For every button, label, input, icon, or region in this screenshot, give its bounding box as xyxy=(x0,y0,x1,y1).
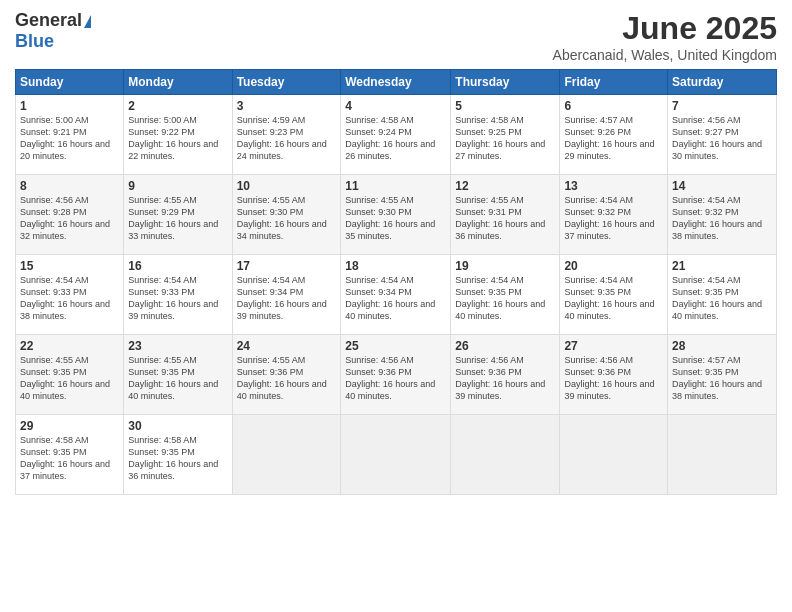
day-info: Sunrise: 4:54 AMSunset: 9:33 PMDaylight:… xyxy=(20,275,110,321)
month-title: June 2025 xyxy=(553,10,777,47)
table-row: 22 Sunrise: 4:55 AMSunset: 9:35 PMDaylig… xyxy=(16,335,124,415)
calendar-week-row: 22 Sunrise: 4:55 AMSunset: 9:35 PMDaylig… xyxy=(16,335,777,415)
day-info: Sunrise: 4:58 AMSunset: 9:24 PMDaylight:… xyxy=(345,115,435,161)
day-number: 30 xyxy=(128,419,227,433)
day-number: 27 xyxy=(564,339,663,353)
day-info: Sunrise: 4:55 AMSunset: 9:30 PMDaylight:… xyxy=(345,195,435,241)
page-container: General Blue June 2025 Abercanaid, Wales… xyxy=(0,0,792,505)
table-row: 1 Sunrise: 5:00 AMSunset: 9:21 PMDayligh… xyxy=(16,95,124,175)
table-row: 29 Sunrise: 4:58 AMSunset: 9:35 PMDaylig… xyxy=(16,415,124,495)
table-row: 21 Sunrise: 4:54 AMSunset: 9:35 PMDaylig… xyxy=(668,255,777,335)
day-number: 24 xyxy=(237,339,337,353)
day-number: 16 xyxy=(128,259,227,273)
day-info: Sunrise: 4:54 AMSunset: 9:33 PMDaylight:… xyxy=(128,275,218,321)
table-row: 26 Sunrise: 4:56 AMSunset: 9:36 PMDaylig… xyxy=(451,335,560,415)
day-info: Sunrise: 5:00 AMSunset: 9:22 PMDaylight:… xyxy=(128,115,218,161)
day-info: Sunrise: 4:57 AMSunset: 9:26 PMDaylight:… xyxy=(564,115,654,161)
day-info: Sunrise: 4:54 AMSunset: 9:32 PMDaylight:… xyxy=(672,195,762,241)
day-number: 3 xyxy=(237,99,337,113)
day-info: Sunrise: 4:55 AMSunset: 9:36 PMDaylight:… xyxy=(237,355,327,401)
table-row: 11 Sunrise: 4:55 AMSunset: 9:30 PMDaylig… xyxy=(341,175,451,255)
day-info: Sunrise: 4:58 AMSunset: 9:35 PMDaylight:… xyxy=(20,435,110,481)
col-thursday: Thursday xyxy=(451,70,560,95)
table-row: 25 Sunrise: 4:56 AMSunset: 9:36 PMDaylig… xyxy=(341,335,451,415)
table-row: 20 Sunrise: 4:54 AMSunset: 9:35 PMDaylig… xyxy=(560,255,668,335)
day-number: 8 xyxy=(20,179,119,193)
day-number: 23 xyxy=(128,339,227,353)
day-number: 28 xyxy=(672,339,772,353)
table-row: 13 Sunrise: 4:54 AMSunset: 9:32 PMDaylig… xyxy=(560,175,668,255)
table-row: 14 Sunrise: 4:54 AMSunset: 9:32 PMDaylig… xyxy=(668,175,777,255)
header: General Blue June 2025 Abercanaid, Wales… xyxy=(15,10,777,63)
table-row: 27 Sunrise: 4:56 AMSunset: 9:36 PMDaylig… xyxy=(560,335,668,415)
day-info: Sunrise: 4:55 AMSunset: 9:35 PMDaylight:… xyxy=(128,355,218,401)
table-row: 5 Sunrise: 4:58 AMSunset: 9:25 PMDayligh… xyxy=(451,95,560,175)
table-row: 30 Sunrise: 4:58 AMSunset: 9:35 PMDaylig… xyxy=(124,415,232,495)
table-row: 24 Sunrise: 4:55 AMSunset: 9:36 PMDaylig… xyxy=(232,335,341,415)
day-info: Sunrise: 4:54 AMSunset: 9:34 PMDaylight:… xyxy=(237,275,327,321)
day-info: Sunrise: 4:57 AMSunset: 9:35 PMDaylight:… xyxy=(672,355,762,401)
calendar-week-row: 15 Sunrise: 4:54 AMSunset: 9:33 PMDaylig… xyxy=(16,255,777,335)
day-number: 4 xyxy=(345,99,446,113)
day-info: Sunrise: 4:54 AMSunset: 9:34 PMDaylight:… xyxy=(345,275,435,321)
day-info: Sunrise: 4:54 AMSunset: 9:35 PMDaylight:… xyxy=(564,275,654,321)
table-row: 12 Sunrise: 4:55 AMSunset: 9:31 PMDaylig… xyxy=(451,175,560,255)
table-row: 15 Sunrise: 4:54 AMSunset: 9:33 PMDaylig… xyxy=(16,255,124,335)
table-row: 9 Sunrise: 4:55 AMSunset: 9:29 PMDayligh… xyxy=(124,175,232,255)
day-number: 14 xyxy=(672,179,772,193)
day-number: 22 xyxy=(20,339,119,353)
table-row: 18 Sunrise: 4:54 AMSunset: 9:34 PMDaylig… xyxy=(341,255,451,335)
day-info: Sunrise: 4:55 AMSunset: 9:29 PMDaylight:… xyxy=(128,195,218,241)
day-number: 19 xyxy=(455,259,555,273)
day-number: 13 xyxy=(564,179,663,193)
day-number: 5 xyxy=(455,99,555,113)
calendar-table: Sunday Monday Tuesday Wednesday Thursday… xyxy=(15,69,777,495)
day-info: Sunrise: 4:54 AMSunset: 9:35 PMDaylight:… xyxy=(455,275,545,321)
calendar-header-row: Sunday Monday Tuesday Wednesday Thursday… xyxy=(16,70,777,95)
table-row: 10 Sunrise: 4:55 AMSunset: 9:30 PMDaylig… xyxy=(232,175,341,255)
table-row: 23 Sunrise: 4:55 AMSunset: 9:35 PMDaylig… xyxy=(124,335,232,415)
day-info: Sunrise: 4:58 AMSunset: 9:25 PMDaylight:… xyxy=(455,115,545,161)
day-info: Sunrise: 4:56 AMSunset: 9:36 PMDaylight:… xyxy=(564,355,654,401)
logo-general-text: General xyxy=(15,10,82,30)
col-friday: Friday xyxy=(560,70,668,95)
table-row: 6 Sunrise: 4:57 AMSunset: 9:26 PMDayligh… xyxy=(560,95,668,175)
table-row: 3 Sunrise: 4:59 AMSunset: 9:23 PMDayligh… xyxy=(232,95,341,175)
day-number: 17 xyxy=(237,259,337,273)
table-row: 19 Sunrise: 4:54 AMSunset: 9:35 PMDaylig… xyxy=(451,255,560,335)
table-row xyxy=(668,415,777,495)
day-info: Sunrise: 4:56 AMSunset: 9:27 PMDaylight:… xyxy=(672,115,762,161)
table-row: 2 Sunrise: 5:00 AMSunset: 9:22 PMDayligh… xyxy=(124,95,232,175)
title-block: June 2025 Abercanaid, Wales, United King… xyxy=(553,10,777,63)
day-info: Sunrise: 4:55 AMSunset: 9:30 PMDaylight:… xyxy=(237,195,327,241)
day-number: 26 xyxy=(455,339,555,353)
calendar-week-row: 29 Sunrise: 4:58 AMSunset: 9:35 PMDaylig… xyxy=(16,415,777,495)
table-row xyxy=(560,415,668,495)
logo-icon xyxy=(84,15,91,28)
day-info: Sunrise: 5:00 AMSunset: 9:21 PMDaylight:… xyxy=(20,115,110,161)
day-number: 2 xyxy=(128,99,227,113)
day-info: Sunrise: 4:54 AMSunset: 9:32 PMDaylight:… xyxy=(564,195,654,241)
day-info: Sunrise: 4:55 AMSunset: 9:31 PMDaylight:… xyxy=(455,195,545,241)
day-number: 9 xyxy=(128,179,227,193)
table-row: 8 Sunrise: 4:56 AMSunset: 9:28 PMDayligh… xyxy=(16,175,124,255)
col-monday: Monday xyxy=(124,70,232,95)
col-saturday: Saturday xyxy=(668,70,777,95)
location: Abercanaid, Wales, United Kingdom xyxy=(553,47,777,63)
table-row: 16 Sunrise: 4:54 AMSunset: 9:33 PMDaylig… xyxy=(124,255,232,335)
table-row: 4 Sunrise: 4:58 AMSunset: 9:24 PMDayligh… xyxy=(341,95,451,175)
day-info: Sunrise: 4:56 AMSunset: 9:36 PMDaylight:… xyxy=(455,355,545,401)
day-info: Sunrise: 4:56 AMSunset: 9:36 PMDaylight:… xyxy=(345,355,435,401)
day-number: 18 xyxy=(345,259,446,273)
day-number: 12 xyxy=(455,179,555,193)
day-number: 20 xyxy=(564,259,663,273)
day-number: 1 xyxy=(20,99,119,113)
table-row xyxy=(451,415,560,495)
day-number: 25 xyxy=(345,339,446,353)
day-number: 15 xyxy=(20,259,119,273)
day-info: Sunrise: 4:56 AMSunset: 9:28 PMDaylight:… xyxy=(20,195,110,241)
col-sunday: Sunday xyxy=(16,70,124,95)
table-row xyxy=(232,415,341,495)
day-info: Sunrise: 4:55 AMSunset: 9:35 PMDaylight:… xyxy=(20,355,110,401)
day-number: 6 xyxy=(564,99,663,113)
